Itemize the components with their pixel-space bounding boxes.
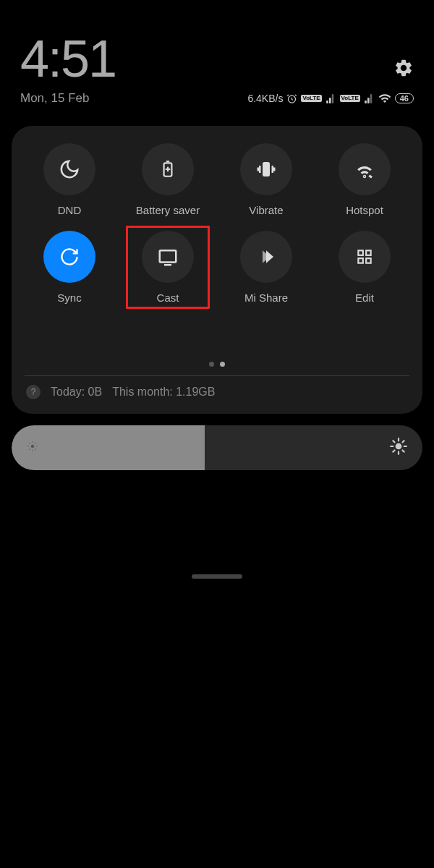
status-bar-icons: 6.4KB/s VoLTE VoLTE 46 <box>247 92 414 105</box>
svg-rect-13 <box>366 258 371 263</box>
data-month: This month: 1.19GB <box>112 386 215 399</box>
svg-point-15 <box>32 441 33 443</box>
svg-line-7 <box>369 176 372 178</box>
hotspot-icon <box>339 143 391 195</box>
svg-rect-8 <box>160 250 176 262</box>
volte-badge-1: VoLTE <box>301 95 321 102</box>
svg-rect-11 <box>366 250 371 255</box>
battery-plus-icon <box>142 143 194 195</box>
page-dot <box>209 362 214 367</box>
date-label: Mon, 15 Feb <box>20 91 89 106</box>
qs-tile-sync[interactable]: Sync <box>20 231 119 304</box>
brightness-low-icon <box>26 440 39 456</box>
wifi-icon <box>378 92 391 105</box>
svg-point-23 <box>396 443 402 450</box>
settings-button[interactable] <box>393 58 414 81</box>
tile-label: Mi Share <box>244 292 288 304</box>
tile-label: Edit <box>355 292 374 304</box>
signal-icon-2 <box>364 93 375 104</box>
qs-tile-vibrate[interactable]: Vibrate <box>217 143 315 216</box>
svg-point-20 <box>35 449 37 451</box>
alarm-icon <box>286 93 297 104</box>
page-dot-active <box>220 362 225 367</box>
brightness-slider[interactable] <box>12 425 422 470</box>
clock-time: 4:51 <box>20 29 414 88</box>
tile-label: DND <box>58 204 82 216</box>
page-indicator <box>20 362 414 367</box>
brightness-fill <box>12 425 205 470</box>
qs-tile-dnd[interactable]: DND <box>20 143 119 216</box>
tile-label: Hotspot <box>346 204 383 216</box>
svg-point-18 <box>36 446 38 447</box>
tile-label: Vibrate <box>249 204 283 216</box>
moon-icon <box>43 143 95 195</box>
svg-rect-10 <box>358 250 363 255</box>
svg-point-22 <box>35 443 37 444</box>
tile-label: Cast <box>157 292 179 304</box>
battery-indicator: 46 <box>395 93 414 103</box>
qs-tile-edit[interactable]: Edit <box>315 231 414 304</box>
qs-tile-mi-share[interactable]: Mi Share <box>217 231 315 304</box>
qs-tile-hotspot[interactable]: Hotspot <box>315 143 414 216</box>
share-icon <box>240 231 292 283</box>
svg-point-19 <box>29 443 30 444</box>
svg-point-14 <box>31 445 35 448</box>
brightness-high-icon <box>389 437 408 459</box>
tile-label: Sync <box>57 292 81 304</box>
svg-point-17 <box>27 446 29 447</box>
qs-tile-battery-saver[interactable]: Battery saver <box>119 143 217 216</box>
qs-tile-cast[interactable]: Cast <box>119 231 217 304</box>
data-usage-row[interactable]: ? Today: 0B This month: 1.19GB <box>20 385 414 404</box>
grid-icon <box>339 231 391 283</box>
data-today: Today: 0B <box>51 386 102 399</box>
help-icon: ? <box>26 385 41 399</box>
quick-settings-panel: DNDBattery saverVibrateHotspotSyncCastMi… <box>12 126 422 414</box>
home-indicator[interactable] <box>192 574 242 579</box>
network-speed: 6.4KB/s <box>247 93 283 104</box>
vibrate-icon <box>240 143 292 195</box>
cast-icon <box>142 231 194 283</box>
svg-point-21 <box>29 449 30 451</box>
svg-point-6 <box>364 176 365 176</box>
svg-point-16 <box>32 450 33 451</box>
divider <box>25 375 409 376</box>
signal-icon-1 <box>326 93 336 104</box>
sync-icon <box>43 231 95 283</box>
volte-badge-2: VoLTE <box>340 95 360 102</box>
tile-label: Battery saver <box>136 204 200 216</box>
svg-rect-5 <box>263 163 269 176</box>
svg-rect-12 <box>358 258 363 263</box>
